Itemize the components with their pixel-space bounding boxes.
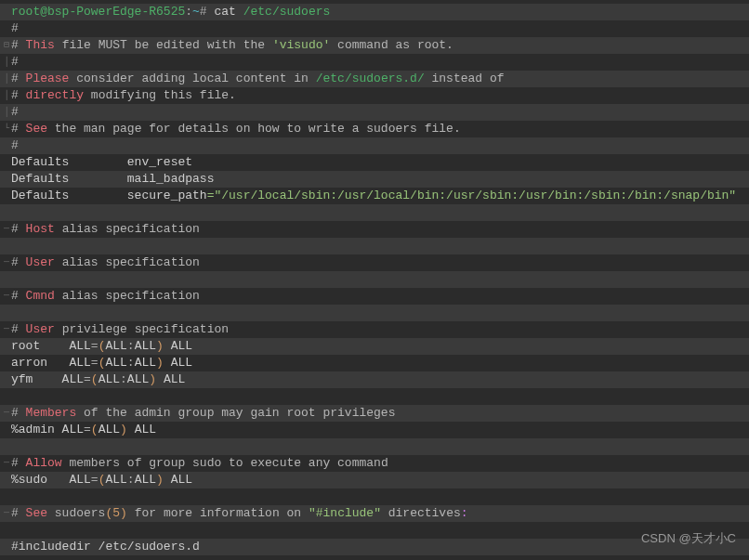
file-line	[0, 204, 749, 221]
file-line: │#	[0, 104, 749, 121]
file-line: └# See the man page for details on how t…	[0, 121, 749, 137]
file-line: ─# User privilege specification	[0, 321, 749, 338]
file-line: #	[0, 137, 749, 154]
file-line: ─# See sudoers(5) for more information o…	[0, 505, 749, 522]
file-line: │# directly modifying this file.	[0, 87, 749, 104]
file-line: ─# Host alias specification	[0, 221, 749, 238]
file-line: Defaults env_reset	[0, 154, 749, 171]
file-line: %admin ALL=(ALL) ALL	[0, 422, 749, 438]
file-line	[0, 488, 749, 505]
file-line	[0, 238, 749, 254]
file-line: Defaults secure_path="/usr/local/sbin:/u…	[0, 188, 749, 204]
file-line	[0, 271, 749, 288]
file-line: │# Please consider adding local content …	[0, 71, 749, 87]
file-line: ─# Members of the admin group may gain r…	[0, 405, 749, 422]
file-line: ⊟# This file MUST be edited with the 'vi…	[0, 37, 749, 54]
file-line	[0, 522, 749, 539]
file-line	[0, 305, 749, 321]
file-line: %sudo ALL=(ALL:ALL) ALL	[0, 472, 749, 488]
file-path: /etc/sudoers	[243, 5, 331, 19]
file-line: ─# User alias specification	[0, 254, 749, 271]
user-host: root@bsp-PowerEdge-R6525	[11, 5, 185, 19]
file-line	[0, 438, 749, 455]
file-line: #	[0, 20, 749, 37]
file-line: root ALL=(ALL:ALL) ALL	[0, 338, 749, 355]
file-line: yfm ALL=(ALL:ALL) ALL	[0, 371, 749, 388]
file-line: │#	[0, 54, 749, 71]
prompt-line: root@bsp-PowerEdge-R6525:~# cat /etc/sud…	[0, 4, 749, 20]
file-line: ─# Allow members of group sudo to execut…	[0, 455, 749, 472]
file-line: #includedir /etc/sudoers.d	[0, 539, 749, 555]
file-line: arron ALL=(ALL:ALL) ALL	[0, 355, 749, 371]
watermark: CSDN @天才小C	[641, 530, 736, 547]
terminal-output: root@bsp-PowerEdge-R6525:~# cat /etc/sud…	[0, 0, 749, 559]
file-line	[0, 388, 749, 405]
file-line: ─# Cmnd alias specification	[0, 288, 749, 305]
file-line: Defaults mail_badpass	[0, 171, 749, 188]
